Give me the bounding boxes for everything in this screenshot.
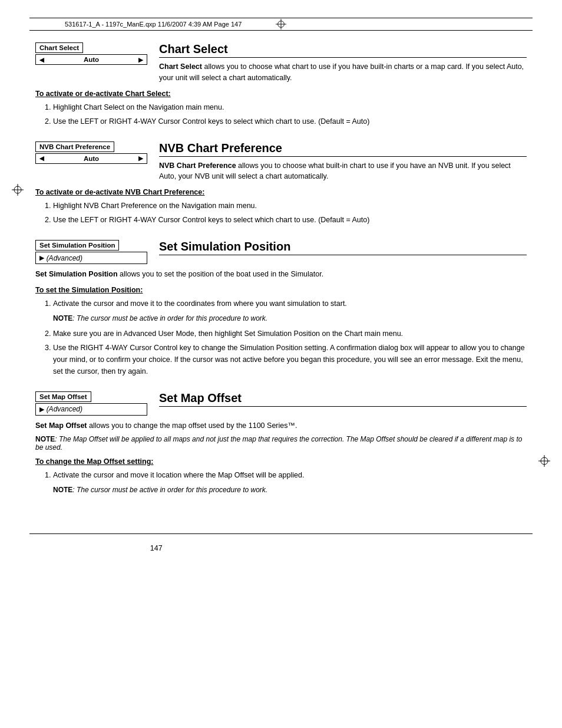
chart-select-title: Chart Select bbox=[159, 42, 527, 58]
print-header: 531617-1_A - 1197c_ManE.qxp 11/6/2007 4:… bbox=[29, 18, 533, 31]
set-map-offset-step-1-note: NOTE: The cursor must be active in order… bbox=[53, 485, 527, 496]
nvb-chart-preference-widget: NVB Chart Preference ◀ Auto ▶ bbox=[35, 141, 147, 164]
chart-select-steps: Highlight Chart Select on the Navigation… bbox=[53, 101, 527, 127]
set-map-offset-arrow: ▶ bbox=[39, 406, 44, 413]
page-number: 147 bbox=[150, 544, 163, 552]
set-simulation-position-control: ▶ (Advanced) bbox=[35, 252, 147, 264]
nvb-step-2: Use the LEFT or RIGHT 4-WAY Cursor Contr… bbox=[53, 214, 527, 226]
set-simulation-position-title: Set Simulation Position bbox=[159, 240, 527, 255]
chart-select-left-arrow[interactable]: ◀ bbox=[39, 57, 44, 63]
chart-select-widget: Chart Select ◀ Auto ▶ bbox=[35, 42, 147, 65]
set-simulation-position-step-2: Make sure you are in Advanced User Mode,… bbox=[53, 328, 527, 340]
set-simulation-position-step-1-note: NOTE: The cursor must be active in order… bbox=[53, 313, 527, 324]
crosshair-left bbox=[12, 184, 24, 196]
chart-select-title-area: Chart Select Chart Select allows you to … bbox=[159, 42, 527, 84]
set-map-offset-note: NOTE: The Map Offset will be applied to … bbox=[35, 435, 527, 452]
set-simulation-position-step-3: Use the RIGHT 4-WAY Cursor Control key t… bbox=[53, 342, 527, 377]
nvb-title: NVB Chart Preference bbox=[159, 141, 527, 157]
chart-select-step-2: Use the LEFT or RIGHT 4-WAY Cursor Contr… bbox=[53, 116, 527, 127]
nvb-chart-preference-section: NVB Chart Preference ◀ Auto ▶ NVB Chart … bbox=[35, 141, 527, 226]
set-simulation-position-desc-text: allows you to set the position of the bo… bbox=[118, 270, 324, 278]
set-map-offset-steps: Activate the cursor and move it location… bbox=[53, 469, 527, 496]
set-map-offset-desc-bold: Set Map Offset bbox=[35, 421, 87, 430]
page-footer: 147 bbox=[29, 533, 533, 557]
set-map-offset-section: Set Map Offset ▶ (Advanced) Set Map Offs… bbox=[35, 391, 527, 496]
chart-select-right-arrow[interactable]: ▶ bbox=[138, 57, 143, 63]
nvb-steps: Highlight NVB Chart Preference on the Na… bbox=[53, 200, 527, 226]
set-map-offset-header: Set Map Offset ▶ (Advanced) Set Map Offs… bbox=[35, 391, 527, 416]
crosshair-right bbox=[538, 455, 550, 467]
nvb-widget-label: NVB Chart Preference bbox=[35, 141, 114, 152]
nvb-right-arrow[interactable]: ▶ bbox=[138, 155, 143, 162]
set-simulation-position-title-area: Set Simulation Position bbox=[159, 240, 527, 259]
set-simulation-position-steps: Activate the cursor and move it to the c… bbox=[53, 298, 527, 377]
chart-select-desc-bold: Chart Select bbox=[159, 62, 202, 71]
nvb-desc: NVB Chart Preference allows you to choos… bbox=[159, 160, 527, 183]
set-simulation-position-subheading: To set the Simulation Position: bbox=[35, 286, 527, 294]
set-map-offset-title-area: Set Map Offset bbox=[159, 391, 527, 410]
chart-select-subheading: To activate or de-activate Chart Select: bbox=[35, 90, 527, 98]
nvb-chart-control[interactable]: ◀ Auto ▶ bbox=[35, 153, 147, 164]
nvb-desc-bold: NVB Chart Preference bbox=[159, 162, 236, 170]
chart-select-section: Chart Select ◀ Auto ▶ Chart Select Chart… bbox=[35, 42, 527, 127]
set-simulation-position-advanced: (Advanced) bbox=[47, 254, 82, 262]
crosshair-top-center bbox=[276, 19, 286, 29]
set-simulation-position-step-1-text: Activate the cursor and move it to the c… bbox=[53, 299, 347, 308]
set-map-offset-step-1: Activate the cursor and move it location… bbox=[53, 469, 527, 496]
nvb-chart-preference-header: NVB Chart Preference ◀ Auto ▶ NVB Chart … bbox=[35, 141, 527, 183]
print-info: 531617-1_A - 1197c_ManE.qxp 11/6/2007 4:… bbox=[65, 21, 242, 28]
chart-select-widget-label: Chart Select bbox=[35, 42, 83, 53]
set-simulation-position-header: Set Simulation Position ▶ (Advanced) Set… bbox=[35, 240, 527, 264]
nvb-subheading: To activate or de-activate NVB Chart Pre… bbox=[35, 188, 527, 196]
set-map-offset-desc: Set Map Offset allows you to change the … bbox=[35, 420, 527, 431]
set-map-offset-desc-text: allows you to change the map offset used… bbox=[87, 421, 297, 430]
set-simulation-position-desc: Set Simulation Position allows you to se… bbox=[35, 269, 527, 280]
chart-select-header: Chart Select ◀ Auto ▶ Chart Select Chart… bbox=[35, 42, 527, 84]
nvb-step-1: Highlight NVB Chart Preference on the Na… bbox=[53, 200, 527, 212]
set-simulation-position-section: Set Simulation Position ▶ (Advanced) Set… bbox=[35, 240, 527, 377]
chart-select-desc-text: allows you to choose what chart to use i… bbox=[159, 62, 524, 82]
nvb-title-area: NVB Chart Preference NVB Chart Preferenc… bbox=[159, 141, 527, 183]
set-simulation-position-widget: Set Simulation Position ▶ (Advanced) bbox=[35, 240, 147, 264]
set-map-offset-subheading: To change the Map Offset setting: bbox=[35, 457, 527, 466]
chart-select-value: Auto bbox=[84, 56, 99, 63]
chart-select-desc: Chart Select allows you to choose what c… bbox=[159, 61, 527, 84]
set-map-offset-widget-label: Set Map Offset bbox=[35, 391, 91, 402]
set-simulation-position-desc-bold: Set Simulation Position bbox=[35, 270, 118, 278]
nvb-left-arrow[interactable]: ◀ bbox=[39, 155, 44, 162]
set-map-offset-step-1-text: Activate the cursor and move it location… bbox=[53, 471, 304, 479]
set-map-offset-title: Set Map Offset bbox=[159, 391, 527, 407]
set-simulation-position-widget-label: Set Simulation Position bbox=[35, 240, 119, 251]
set-map-offset-advanced: (Advanced) bbox=[47, 405, 82, 413]
set-simulation-position-step-2-text: Make sure you are in Advanced User Mode,… bbox=[53, 330, 403, 338]
set-map-offset-control: ▶ (Advanced) bbox=[35, 403, 147, 416]
set-simulation-position-step-1: Activate the cursor and move it to the c… bbox=[53, 298, 527, 324]
nvb-widget-value: Auto bbox=[84, 155, 99, 162]
chart-select-control[interactable]: ◀ Auto ▶ bbox=[35, 54, 147, 65]
main-content: Chart Select ◀ Auto ▶ Chart Select Chart… bbox=[0, 31, 562, 522]
set-simulation-position-arrow: ▶ bbox=[39, 254, 44, 262]
set-simulation-position-step-3-text: Use the RIGHT 4-WAY Cursor Control key t… bbox=[53, 344, 525, 375]
chart-select-step-1: Highlight Chart Select on the Navigation… bbox=[53, 101, 527, 113]
page: 531617-1_A - 1197c_ManE.qxp 11/6/2007 4:… bbox=[0, 18, 562, 728]
set-map-offset-widget: Set Map Offset ▶ (Advanced) bbox=[35, 391, 147, 416]
